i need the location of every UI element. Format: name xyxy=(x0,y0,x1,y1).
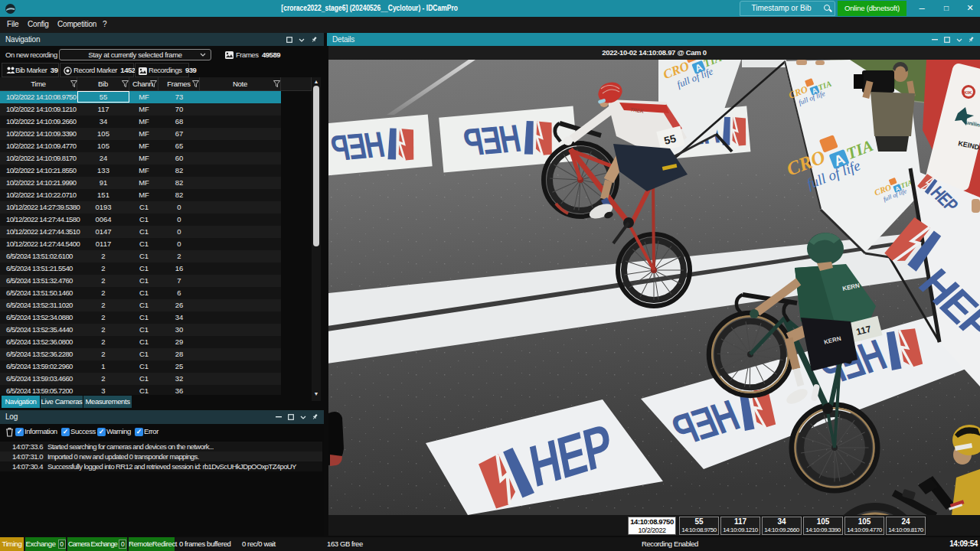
svg-text:KIK: KIK xyxy=(964,90,972,95)
svg-text:HEP: HEP xyxy=(461,116,524,164)
svg-text:HEP: HEP xyxy=(328,124,387,168)
